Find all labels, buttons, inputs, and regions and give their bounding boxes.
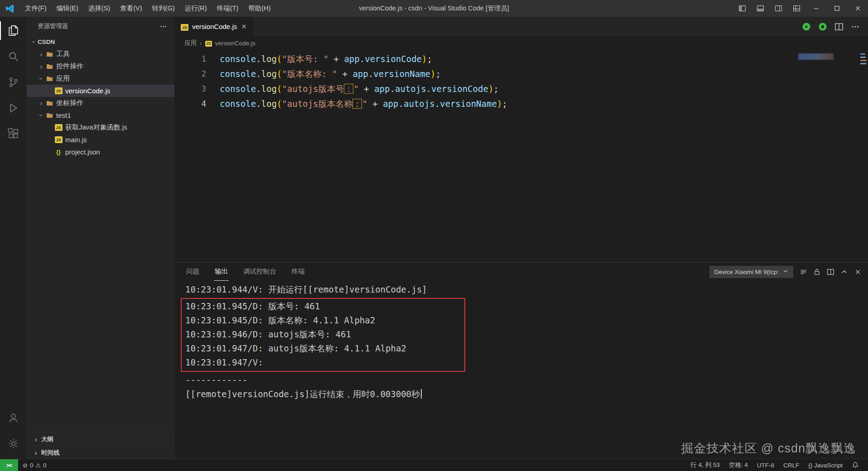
status-item[interactable]: 空格: 4 [724,459,752,471]
tree-item[interactable]: JS获取Java对象函数.js [27,121,174,134]
activity-account[interactable] [0,405,27,431]
run-script-icon[interactable] [802,22,811,31]
activity-settings[interactable] [0,431,27,457]
sidebar-section-outline[interactable]: ›大纲 [27,432,174,446]
status-item[interactable]: UTF-8 [752,459,779,471]
maximize-panel-icon[interactable] [840,268,848,276]
tree-item[interactable]: ›坐标操作 [27,97,174,109]
panel-tab[interactable]: 问题 [185,263,200,281]
status-left: >< ⊘ 0 ⚠ 0 [0,459,51,471]
rerun-script-icon[interactable] [818,22,827,31]
explorer-header: 资源管理器 [27,17,174,36]
unlock-icon[interactable] [813,268,821,276]
tree-item[interactable]: ›工具 [27,48,174,60]
problems-status[interactable]: ⊘ 0 ⚠ 0 [18,459,51,471]
panel-tab[interactable]: 调试控制台 [242,263,277,281]
js-file-icon: JS [54,124,63,131]
activity-search[interactable] [0,43,27,69]
chevron-down-icon [782,268,789,276]
maximize-icon[interactable] [826,0,847,17]
status-item[interactable]: {} JavaScript [804,459,847,471]
tree-item[interactable]: ›CSDN [27,36,174,48]
line-number: 4 [174,96,206,111]
account-icon [7,411,20,424]
menu-item[interactable]: 终端(T) [212,0,244,17]
tree-item[interactable]: ›应用 [27,72,174,85]
activity-extensions[interactable] [0,121,27,147]
menu-item[interactable]: 文件(F) [20,0,52,17]
tree-item-label: 坐标操作 [56,99,83,107]
close-tab-icon[interactable] [241,23,247,30]
breadcrumb-file[interactable]: versionCode.js [215,40,256,47]
titlebar-controls [733,0,868,17]
menu-item[interactable]: 运行(R) [179,0,212,17]
remote-indicator[interactable]: >< [0,459,18,471]
output-line: 10:23:01.944/V: 开始运行[[remote]versionCode… [185,283,868,297]
bell-icon[interactable] [847,459,863,471]
tree-item[interactable]: JSversionCode.js [27,85,174,97]
output-content[interactable]: 10:23:01.944/V: 开始运行[[remote]versionCode… [174,281,868,459]
activity-source-control[interactable] [0,69,27,95]
folder-icon [45,75,54,82]
code-line: 2console.log("版本名称: " + app.versionName)… [174,67,868,82]
layout-panel-icon[interactable] [751,0,769,17]
split-panel-icon[interactable] [827,268,834,276]
more-actions-icon[interactable] [851,22,860,31]
remote-icon: >< [6,462,12,469]
vscode-logo-icon [0,4,20,14]
code-line: 4console.log("autojs版本名称：" + app.autojs.… [174,96,868,111]
breadcrumb-folder[interactable]: 应用 [184,39,197,47]
status-item[interactable]: 行 4, 列 53 [686,459,724,471]
text-cursor [421,389,422,399]
menu-item[interactable]: 转到(G) [147,0,180,17]
status-item[interactable]: CRLF [779,459,804,471]
code-editor[interactable]: 1console.log("版本号: " + app.versionCode);… [174,50,868,262]
search-icon [7,50,20,63]
chevron-icon: › [38,75,45,82]
panel-tab[interactable]: 终端 [291,263,306,281]
tree-item[interactable]: {}project.json [27,146,174,158]
output-line: 10:23:01.947/V: [185,356,457,370]
tree-item[interactable]: ›控件操作 [27,60,174,72]
chevron-icon: › [32,449,39,457]
close-panel-icon[interactable] [854,268,862,276]
source-control-icon [7,76,20,89]
panel-tabs: 问题输出调试控制台终端 [185,263,306,281]
tree-item[interactable]: ›test1 [27,109,174,121]
line-number: 3 [174,82,206,96]
panel-header: 问题输出调试控制台终端 Device Xiaomi MI 9(tcp: [174,263,868,281]
tree-item[interactable]: JSmain.js [27,134,174,146]
tree-item-label: 控件操作 [56,62,83,71]
minimize-icon[interactable] [805,0,826,17]
chevron-icon: › [30,38,38,46]
explorer-icon [7,24,20,37]
menu-item[interactable]: 选择(S) [83,0,115,17]
menu-item[interactable]: 查看(V) [115,0,147,17]
chevron-icon: › [32,435,39,443]
more-actions-icon[interactable] [159,23,167,30]
activity-explorer[interactable] [0,18,27,43]
output-line: ------------ [185,373,868,387]
settings-icon [7,437,20,450]
minimap-line [860,63,866,64]
device-selector[interactable]: Device Xiaomi MI 9(tcp: [709,266,793,278]
split-editor-icon[interactable] [834,22,844,31]
minimap[interactable] [860,52,867,120]
layout-customize-icon[interactable] [787,0,805,17]
js-file-icon: JS [54,87,63,94]
close-icon[interactable] [847,0,868,17]
layout-secondary-sidebar-icon[interactable] [769,0,787,17]
layout-sidebar-icon[interactable] [733,0,751,17]
menu-item[interactable]: 帮助(H) [243,0,275,17]
tab-versioncode-js[interactable]: JS versionCode.js [174,17,254,36]
breadcrumb: 应用 JS versionCode.js [174,36,868,50]
sidebar-section-timeline[interactable]: ›时间线 [27,446,174,459]
output-lines-icon[interactable] [800,268,807,276]
vscode-window: 文件(F)编辑(E)选择(S)查看(V)转到(G)运行(R)终端(T)帮助(H)… [0,0,868,471]
js-file-icon: JS [205,39,212,47]
code-text: console.log("版本号: " + app.versionCode); [206,52,432,67]
menu-item[interactable]: 编辑(E) [52,0,83,17]
activity-run-debug[interactable] [0,95,27,121]
code-line: 3console.log("autojs版本号：" + app.autojs.v… [174,82,868,96]
panel-tab[interactable]: 输出 [214,263,229,281]
